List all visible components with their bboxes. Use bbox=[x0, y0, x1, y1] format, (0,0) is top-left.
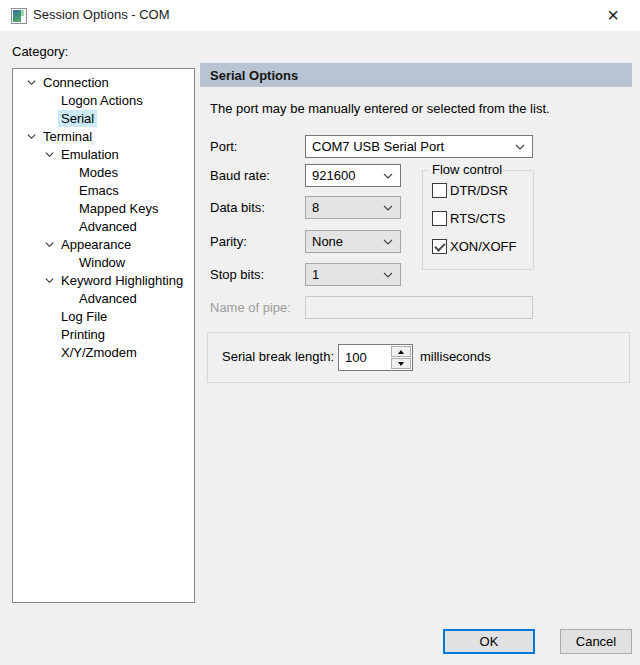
app-window-icon bbox=[11, 8, 27, 24]
chevron-down-icon[interactable] bbox=[514, 141, 526, 153]
chevron-down-icon[interactable] bbox=[382, 269, 394, 281]
chevron-down-icon[interactable] bbox=[22, 73, 40, 91]
chevron-down-icon[interactable] bbox=[382, 170, 394, 182]
tree-item-emulation[interactable]: Emulation bbox=[13, 145, 194, 163]
serial-break-group: Serial break length: milliseconds bbox=[207, 332, 630, 383]
xon-xoff-checkbox[interactable] bbox=[432, 239, 447, 254]
tree-item-keyword-advanced[interactable]: Advanced bbox=[13, 289, 194, 307]
session-options-dialog: Session Options - COM × Category: Connec… bbox=[0, 0, 640, 665]
tree-item-window[interactable]: Window bbox=[13, 253, 194, 271]
serial-break-spinner bbox=[338, 344, 413, 371]
pipe-name-label: Name of pipe: bbox=[210, 300, 291, 315]
spin-up-button[interactable] bbox=[391, 346, 411, 357]
arrow-down-icon bbox=[398, 362, 404, 366]
stop-bits-value: 1 bbox=[312, 267, 319, 282]
cancel-button[interactable]: Cancel bbox=[560, 629, 632, 654]
chevron-down-icon[interactable] bbox=[40, 145, 58, 163]
tree-item-emulation-advanced[interactable]: Advanced bbox=[13, 217, 194, 235]
rts-cts-checkbox[interactable] bbox=[432, 211, 447, 226]
data-bits-label: Data bits: bbox=[210, 200, 265, 215]
parity-label: Parity: bbox=[210, 234, 247, 249]
window-title: Session Options - COM bbox=[33, 7, 170, 22]
tree-item-mapped-keys[interactable]: Mapped Keys bbox=[13, 199, 194, 217]
stop-bits-label: Stop bits: bbox=[210, 267, 264, 282]
section-title: Serial Options bbox=[210, 68, 298, 83]
port-label: Port: bbox=[210, 139, 237, 154]
port-combobox[interactable]: COM7 USB Serial Port bbox=[305, 135, 533, 158]
tree-item-serial[interactable]: Serial bbox=[13, 109, 194, 127]
xon-xoff-label: XON/XOFF bbox=[450, 239, 516, 254]
baud-rate-combobox[interactable]: 921600 bbox=[305, 164, 401, 187]
tree-item-terminal[interactable]: Terminal bbox=[13, 127, 194, 145]
spin-down-button[interactable] bbox=[391, 358, 411, 369]
tree-item-emacs[interactable]: Emacs bbox=[13, 181, 194, 199]
serial-break-label: Serial break length: bbox=[222, 349, 334, 364]
chevron-down-icon[interactable] bbox=[22, 127, 40, 145]
close-icon[interactable]: × bbox=[594, 2, 632, 29]
rts-cts-label: RTS/CTS bbox=[450, 211, 505, 226]
data-bits-value: 8 bbox=[312, 200, 319, 215]
chevron-down-icon[interactable] bbox=[40, 271, 58, 289]
arrow-up-icon bbox=[398, 350, 404, 354]
category-label: Category: bbox=[12, 44, 68, 59]
parity-value: None bbox=[312, 234, 343, 249]
tree-item-xyzmodem[interactable]: X/Y/Zmodem bbox=[13, 343, 194, 361]
serial-break-input[interactable] bbox=[339, 345, 391, 370]
tree-item-keyword-highlighting[interactable]: Keyword Highlighting bbox=[13, 271, 194, 289]
flow-control-title: Flow control bbox=[429, 162, 505, 177]
flow-control-group: Flow control DTR/DSR RTS/CTS XON/XOFF bbox=[422, 170, 534, 270]
section-header: Serial Options bbox=[200, 63, 632, 87]
stop-bits-combobox[interactable]: 1 bbox=[305, 263, 401, 286]
dtr-dsr-checkbox-row[interactable]: DTR/DSR bbox=[432, 183, 508, 198]
tree-item-appearance[interactable]: Appearance bbox=[13, 235, 194, 253]
dtr-dsr-checkbox[interactable] bbox=[432, 183, 447, 198]
parity-combobox[interactable]: None bbox=[305, 230, 401, 253]
titlebar: Session Options - COM × bbox=[0, 0, 640, 31]
tree-item-log-file[interactable]: Log File bbox=[13, 307, 194, 325]
chevron-down-icon[interactable] bbox=[382, 236, 394, 248]
milliseconds-label: milliseconds bbox=[420, 349, 491, 364]
dtr-dsr-label: DTR/DSR bbox=[450, 183, 508, 198]
category-tree: Connection Logon Actions Serial Terminal… bbox=[12, 68, 195, 603]
tree-item-printing[interactable]: Printing bbox=[13, 325, 194, 343]
rts-cts-checkbox-row[interactable]: RTS/CTS bbox=[432, 211, 505, 226]
tree-item-modes[interactable]: Modes bbox=[13, 163, 194, 181]
xon-xoff-checkbox-row[interactable]: XON/XOFF bbox=[432, 239, 516, 254]
port-description: The port may be manually entered or sele… bbox=[210, 101, 550, 116]
baud-rate-value: 921600 bbox=[312, 168, 355, 183]
tree-item-logon-actions[interactable]: Logon Actions bbox=[13, 91, 194, 109]
baud-rate-label: Baud rate: bbox=[210, 168, 270, 183]
chevron-down-icon[interactable] bbox=[382, 202, 394, 214]
ok-button[interactable]: OK bbox=[443, 629, 535, 654]
pipe-name-input bbox=[305, 296, 533, 319]
chevron-down-icon[interactable] bbox=[40, 235, 58, 253]
tree-item-connection[interactable]: Connection bbox=[13, 73, 194, 91]
port-value: COM7 USB Serial Port bbox=[312, 139, 444, 154]
data-bits-combobox[interactable]: 8 bbox=[305, 196, 401, 219]
